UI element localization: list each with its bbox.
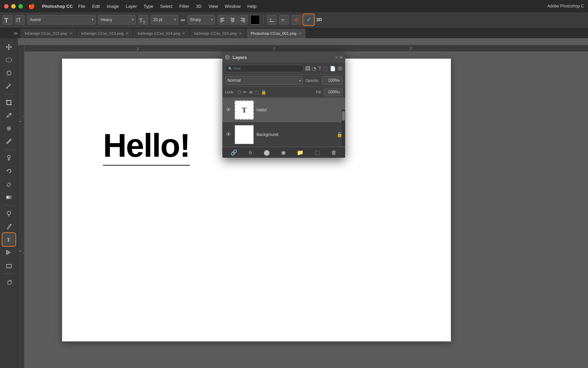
svg-text:1: 1 [137,47,139,50]
menu-filter[interactable]: Filter [179,4,189,9]
confirm-type-button[interactable]: ✓ [304,15,313,25]
layers-scroll-thumb[interactable] [342,111,345,121]
pen-tool[interactable] [3,220,15,233]
magic-wand-tool[interactable] [3,80,15,92]
ruler-vertical: 1 2 [18,45,25,368]
add-layer-button[interactable]: ⬚ [315,149,320,156]
anti-alias-select[interactable]: Sharp [188,15,215,25]
tab-2[interactable]: InDesign CCss_014.png ✕ [133,29,189,38]
lock-position-icon[interactable]: ⊕ [249,90,253,95]
lock-transparent-icon[interactable]: ⬡ [237,90,241,95]
link-layers-button[interactable]: 🔗 [231,149,237,156]
warp-text-button[interactable]: T [267,15,277,25]
menu-help[interactable]: Help [247,4,256,9]
tab-0[interactable]: InDesign CCss_012.png ✕ [20,29,76,38]
layer-visibility-1[interactable]: 👁 [225,132,232,138]
eraser-tool[interactable] [3,178,15,190]
layer-item-1[interactable]: 👁 Background 🔒 [222,122,345,147]
font-style-select[interactable]: Heavy [98,15,136,25]
tab-close-2[interactable]: ✕ [182,31,185,36]
gradient-tool[interactable] [3,191,15,203]
shape-tool[interactable] [3,259,15,272]
type-tool[interactable]: T [3,233,15,246]
eyedropper-tool[interactable] [3,109,15,122]
path-selection-tool[interactable] [3,246,15,259]
toggle-text-orientation[interactable]: IT [15,15,25,25]
filter-type-icon[interactable]: T [318,66,321,71]
panel-collapse-button[interactable]: « [335,55,338,60]
lasso-tool[interactable] [3,67,15,79]
blend-mode-select[interactable]: Normal [225,76,303,85]
add-adjustment-button[interactable]: ◉ [281,149,286,156]
menu-file[interactable]: File [78,4,85,9]
blend-mode-wrapper[interactable]: Normal ▾ [225,76,303,85]
history-brush-tool[interactable] [3,165,15,177]
layer-item-0[interactable]: 👁 T Hello! [222,98,345,122]
menu-select[interactable]: Select [160,4,172,9]
lock-artboard-icon[interactable]: ⬚ [255,90,259,95]
filter-adjustment-icon[interactable]: ◔ [312,66,316,71]
tab-close-4[interactable]: ✕ [298,31,302,36]
svg-rect-8 [231,18,235,18]
font-size-wrapper[interactable]: 20 pt ▾ [151,15,178,25]
align-left-button[interactable] [218,15,227,25]
panel-menu-button[interactable]: ≡ [340,55,342,60]
fill-value[interactable]: 100% ▾ [324,88,342,96]
menu-type[interactable]: Type [144,4,153,9]
filter-toggle[interactable] [338,66,342,71]
canvas-area[interactable]: 1 2 3 1 2 Hello! [18,38,588,368]
hand-tool[interactable] [3,276,15,288]
font-family-select[interactable]: Avenir [27,15,95,25]
maximize-button[interactable] [18,4,23,9]
font-family-wrapper[interactable]: Avenir ▾ [27,15,95,25]
menu-3d[interactable]: 3D [196,4,202,9]
align-right-button[interactable] [238,15,248,25]
opacity-value[interactable]: 100% ▾ [322,76,342,85]
filter-pixel-icon[interactable]: 🖼 [305,66,310,71]
brush-tool[interactable] [3,135,15,148]
lock-all-icon[interactable]: 🔒 [261,90,266,95]
menu-layer[interactable]: Layer [126,4,137,9]
blend-mode-row: Normal ▾ Opacity: 100% ▾ [222,75,345,87]
clone-stamp-tool[interactable] [3,152,15,164]
font-style-wrapper[interactable]: Heavy ▾ [98,15,136,25]
anti-alias-wrapper[interactable]: Sharp ▾ [188,15,215,25]
text-color-swatch[interactable] [250,15,260,25]
minimize-button[interactable] [11,4,16,9]
menu-view[interactable]: View [208,4,218,9]
layer-visibility-0[interactable]: 👁 [225,107,232,113]
traffic-lights [4,4,23,9]
tab-close-3[interactable]: ✕ [239,31,242,36]
spot-healing-tool[interactable] [3,122,15,135]
tab-4[interactable]: Photoshop CCss_001.png ✕ [247,29,306,38]
cancel-type-button[interactable]: ⊘ [292,15,301,25]
close-button[interactable] [4,4,9,9]
filter-smart-icon[interactable]: 📄 [330,66,336,71]
lock-image-icon[interactable]: ✏ [243,90,247,95]
tabs-overflow-button[interactable]: ≫ [12,29,19,38]
dodge-tool[interactable] [3,208,15,220]
add-mask-button[interactable]: ⬤ [264,149,270,156]
panel-close-button[interactable]: ✕ [225,55,230,60]
menu-image[interactable]: Image [107,4,119,9]
crop-tool[interactable] [3,96,15,109]
layers-scrollbar[interactable] [342,110,345,145]
menu-window[interactable]: Window [225,4,240,9]
svg-text:T: T [139,17,143,24]
font-size-select[interactable]: 20 pt [151,15,178,25]
tab-1[interactable]: InDesign CCss_013.png ✕ [77,29,133,38]
tab-close-0[interactable]: ✕ [69,31,72,36]
move-tool[interactable] [3,41,15,53]
fx-button[interactable]: fx [249,150,252,155]
delete-layer-button[interactable]: 🗑 [331,150,337,156]
character-paragraph-button[interactable]: ¶T [279,15,289,25]
add-group-button[interactable]: 📁 [297,149,304,156]
tab-3[interactable]: InDesign CCss_015.png ✕ [190,29,246,38]
align-center-button[interactable] [228,15,237,25]
tab-close-1[interactable]: ✕ [126,31,129,36]
elliptical-marquee-tool[interactable] [3,54,15,66]
3d-button[interactable]: 3D [316,17,322,22]
layers-search-input[interactable]: 🔍 Kind [225,65,304,72]
filter-shape-icon[interactable]: ⬚ [323,66,328,71]
menu-edit[interactable]: Edit [92,4,100,9]
